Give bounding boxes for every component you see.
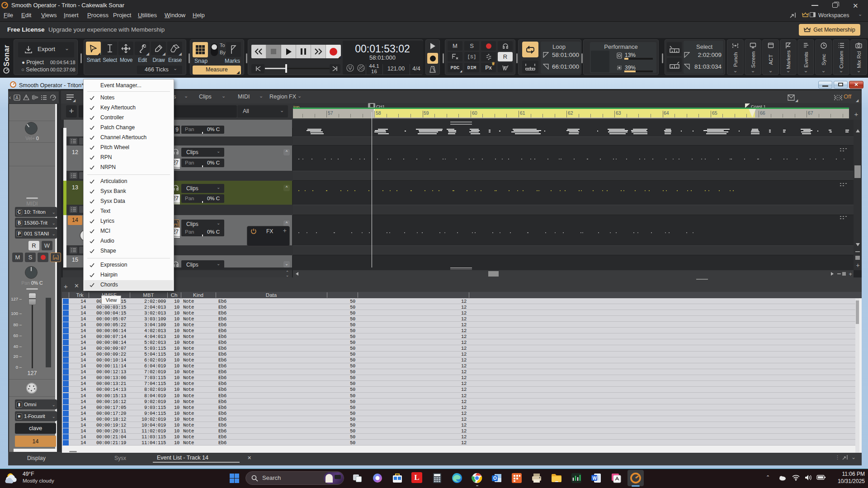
svg-text:A: A bbox=[15, 95, 19, 100]
svg-text:O: O bbox=[493, 476, 497, 481]
svg-text:W: W bbox=[593, 476, 597, 481]
